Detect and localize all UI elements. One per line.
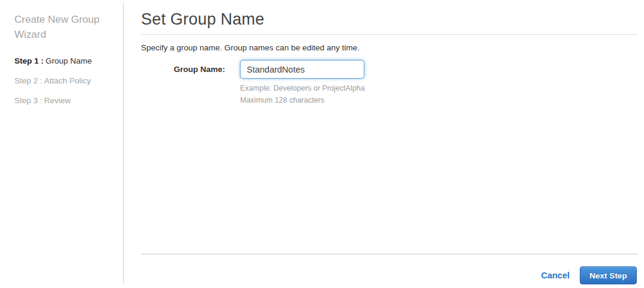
step-3-label: Review (44, 96, 71, 105)
group-name-form-row: Group Name: Example: Developers or Proje… (141, 60, 638, 106)
group-name-field-column: Example: Developers or ProjectAlpha Maxi… (240, 60, 365, 106)
page-title: Set Group Name (141, 10, 638, 29)
wizard-step-review: Step 3 :Review (14, 96, 113, 106)
wizard-step-attach-policy: Step 2 :Attach Policy (14, 76, 113, 86)
title-divider (141, 34, 638, 35)
group-name-input[interactable] (240, 60, 364, 79)
sidebar-divider (123, 3, 124, 284)
group-name-label: Group Name: (141, 60, 240, 74)
group-name-hint: Example: Developers or ProjectAlpha Maxi… (240, 82, 365, 106)
wizard-sidebar: Create New Group Wizard Step 1 :Group Na… (0, 0, 123, 288)
step-2-label: Attach Policy (44, 76, 91, 85)
main-content: Set Group Name Specify a group name. Gro… (141, 0, 638, 288)
step-3-prefix: Step 3 : (14, 96, 43, 105)
wizard-step-group-name: Step 1 :Group Name (14, 56, 113, 66)
step-1-label: Group Name (46, 56, 92, 65)
wizard-title: Create New Group Wizard (14, 12, 113, 42)
next-step-button[interactable]: Next Step (580, 266, 637, 284)
hint-example: Example: Developers or ProjectAlpha (240, 82, 365, 94)
step-2-prefix: Step 2 : (14, 76, 43, 85)
page-description: Specify a group name. Group names can be… (141, 43, 638, 52)
step-1-prefix: Step 1 : (14, 56, 44, 65)
footer-actions: Cancel Next Step (541, 266, 637, 284)
footer-divider (141, 254, 638, 254)
cancel-button[interactable]: Cancel (541, 271, 570, 280)
hint-max-length: Maximum 128 characters (240, 94, 365, 106)
